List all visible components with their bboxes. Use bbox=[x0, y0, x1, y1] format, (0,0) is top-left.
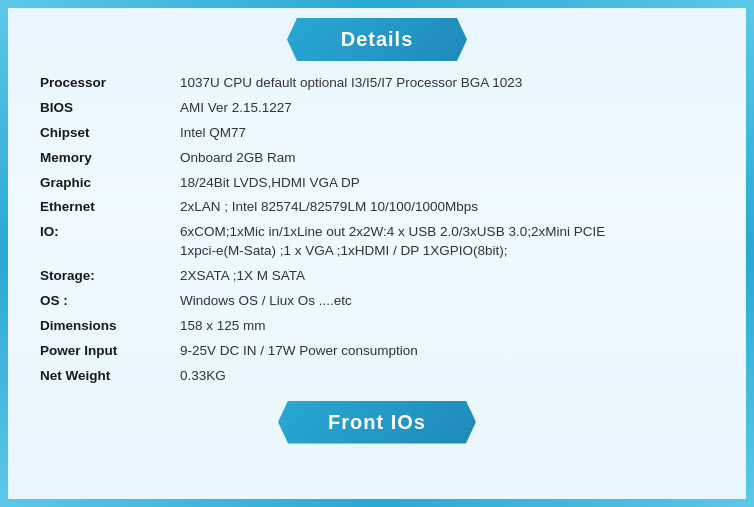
spec-label: Net Weight bbox=[40, 367, 180, 386]
footer-banner-container: Front IOs bbox=[0, 401, 754, 444]
table-row: Ethernet2xLAN ; Intel 82574L/82579LM 10/… bbox=[40, 195, 714, 220]
spec-value: 1037U CPU default optional I3/I5/I7 Proc… bbox=[180, 74, 714, 93]
bottom-border bbox=[0, 499, 754, 507]
spec-label: IO: bbox=[40, 223, 180, 242]
spec-label: Graphic bbox=[40, 174, 180, 193]
table-row: ChipsetIntel QM77 bbox=[40, 121, 714, 146]
spec-label: Dimensions bbox=[40, 317, 180, 336]
spec-label: OS : bbox=[40, 292, 180, 311]
spec-value: Windows OS / Liux Os ....etc bbox=[180, 292, 714, 311]
left-border bbox=[0, 0, 8, 507]
table-row: Net Weight0.33KG bbox=[40, 364, 714, 389]
spec-label: Processor bbox=[40, 74, 180, 93]
spec-value: 2XSATA ;1X M SATA bbox=[180, 267, 714, 286]
spec-value: 18/24Bit LVDS,HDMI VGA DP bbox=[180, 174, 714, 193]
top-border bbox=[0, 0, 754, 8]
spec-value-line: 1xpci-e(M-Sata) ;1 x VGA ;1xHDMI / DP 1X… bbox=[180, 242, 714, 261]
table-row: Processor1037U CPU default optional I3/I… bbox=[40, 71, 714, 96]
spec-value: 9-25V DC IN / 17W Power consumption bbox=[180, 342, 714, 361]
spec-label: BIOS bbox=[40, 99, 180, 118]
spec-label: Ethernet bbox=[40, 198, 180, 217]
spec-value: 158 x 125 mm bbox=[180, 317, 714, 336]
table-row: Power Input9-25V DC IN / 17W Power consu… bbox=[40, 339, 714, 364]
spec-value: 6xCOM;1xMic in/1xLine out 2x2W:4 x USB 2… bbox=[180, 223, 714, 261]
spec-value: Onboard 2GB Ram bbox=[180, 149, 714, 168]
spec-value-line: 6xCOM;1xMic in/1xLine out 2x2W:4 x USB 2… bbox=[180, 223, 714, 242]
spec-value: AMI Ver 2.15.1227 bbox=[180, 99, 714, 118]
details-banner: Details bbox=[287, 18, 467, 61]
spec-value: 0.33KG bbox=[180, 367, 714, 386]
spec-value: 2xLAN ; Intel 82574L/82579LM 10/100/1000… bbox=[180, 198, 714, 217]
table-row: IO:6xCOM;1xMic in/1xLine out 2x2W:4 x US… bbox=[40, 220, 714, 264]
table-row: MemoryOnboard 2GB Ram bbox=[40, 146, 714, 171]
table-row: BIOSAMI Ver 2.15.1227 bbox=[40, 96, 714, 121]
table-row: Storage:2XSATA ;1X M SATA bbox=[40, 264, 714, 289]
table-row: OS :Windows OS / Liux Os ....etc bbox=[40, 289, 714, 314]
table-row: Dimensions158 x 125 mm bbox=[40, 314, 714, 339]
header-banner-container: Details bbox=[0, 18, 754, 61]
spec-label: Storage: bbox=[40, 267, 180, 286]
front-ios-banner: Front IOs bbox=[278, 401, 476, 444]
specs-table: Processor1037U CPU default optional I3/I… bbox=[0, 71, 754, 389]
table-row: Graphic18/24Bit LVDS,HDMI VGA DP bbox=[40, 171, 714, 196]
right-border bbox=[746, 0, 754, 507]
spec-value: Intel QM77 bbox=[180, 124, 714, 143]
spec-label: Memory bbox=[40, 149, 180, 168]
spec-label: Power Input bbox=[40, 342, 180, 361]
spec-label: Chipset bbox=[40, 124, 180, 143]
